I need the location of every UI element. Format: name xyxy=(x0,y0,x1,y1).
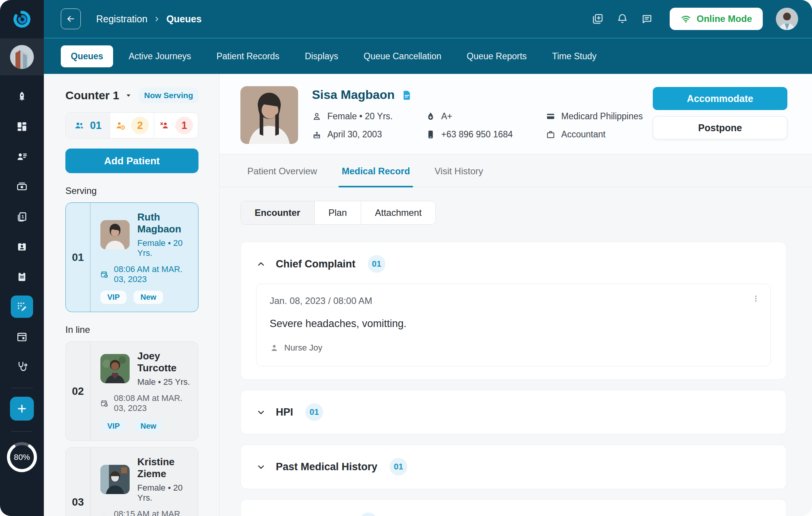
stat-serving[interactable]: 01 xyxy=(66,113,110,138)
stat-cancelled[interactable]: 1 xyxy=(154,113,198,138)
queue-card-serving[interactable]: 01 Ruth Magbaon Female • 20 Yrs. xyxy=(65,202,198,312)
patient-demographics: Female • 20 Yrs. xyxy=(327,111,393,122)
rail-nav: 1 xyxy=(11,85,33,386)
record-subtabs: Encounter Plan Attachment xyxy=(240,201,436,225)
section-hpi: HPI 01 xyxy=(240,390,787,434)
stat-waiting-value: 2 xyxy=(137,120,143,132)
counter-selector[interactable]: Counter 1 xyxy=(65,89,132,102)
record-body: Encounter Plan Attachment Chief Complain… xyxy=(220,187,812,516)
queue-time: 08:08 AM at MAR. 03, 2023 xyxy=(114,393,194,413)
main-column: Registration Queues xyxy=(44,0,812,516)
kebab-menu-icon[interactable] xyxy=(751,294,760,303)
serving-heading: Serving xyxy=(65,185,198,196)
queue-time-row: 08:08 AM at MAR. 03, 2023 xyxy=(100,393,194,413)
section-header[interactable]: Past Medical History 01 xyxy=(256,458,771,476)
section-header[interactable]: Family History 01 xyxy=(256,513,771,516)
icon-rail: 1 8 xyxy=(0,0,44,516)
nav-tab-displays[interactable]: Displays xyxy=(295,45,348,67)
section-count-badge: 01 xyxy=(390,458,407,476)
calendar-clock-icon xyxy=(100,514,108,516)
patient-record-panel: Sisa Magbaon Female • 20 Yrs. xyxy=(220,74,812,516)
nav-tab-queue-reports[interactable]: Queue Reports xyxy=(457,45,537,67)
blood-drop-icon xyxy=(426,112,435,121)
queue-board-icon[interactable] xyxy=(11,296,33,318)
subtab-encounter[interactable]: Encounter xyxy=(241,201,314,224)
add-patient-button[interactable]: Add Patient xyxy=(65,149,198,173)
queue-position: 02 xyxy=(66,342,90,441)
accommodate-button[interactable]: Accommodate xyxy=(653,87,787,110)
stat-waiting[interactable]: 2 xyxy=(110,113,154,138)
counter-row: Counter 1 Now Serving xyxy=(65,88,198,103)
nav-tab-patient-records[interactable]: Patient Records xyxy=(207,45,290,67)
messages-icon[interactable] xyxy=(641,13,653,25)
patient-actions: Accommodate Postpone xyxy=(653,86,787,144)
patient-meta: Female • 20 Yrs. xyxy=(137,238,194,258)
breadcrumb: Registration Queues xyxy=(96,13,202,25)
section-title: Chief Complaint xyxy=(276,258,355,270)
queue-stats: 01 2 1 xyxy=(65,112,198,139)
queue-card-02[interactable]: 02 Joey Turcotte Male • 25 Yrs. xyxy=(65,341,198,441)
tab-visit-history[interactable]: Visit History xyxy=(432,154,486,187)
briefcase-icon xyxy=(546,130,555,139)
id-badge-icon[interactable] xyxy=(11,235,33,258)
patient-tags: VIP New xyxy=(100,291,194,304)
queue-panel: Counter 1 Now Serving 01 2 xyxy=(44,74,220,516)
complaint-entry: Jan. 08, 2023 / 08:00 AM Severe headache… xyxy=(256,284,771,366)
user-avatar[interactable] xyxy=(776,8,798,30)
online-mode-toggle[interactable]: Online Mode xyxy=(670,8,763,30)
patient-birthdate-item: April 30, 2003 xyxy=(312,129,393,140)
back-button[interactable] xyxy=(61,8,81,29)
subtab-plan[interactable]: Plan xyxy=(314,201,361,224)
postpone-button[interactable]: Postpone xyxy=(653,116,787,139)
waiting-count-icon xyxy=(115,120,126,131)
tab-medical-record[interactable]: Medical Record xyxy=(338,154,413,187)
add-action-button[interactable] xyxy=(10,397,34,421)
tab-patient-overview[interactable]: Patient Overview xyxy=(244,154,320,187)
section-header[interactable]: Chief Complaint 01 xyxy=(256,255,771,273)
section-title: HPI xyxy=(276,406,293,418)
organization-block[interactable] xyxy=(0,38,44,75)
section-header[interactable]: HPI 01 xyxy=(256,403,771,421)
patient-avatar xyxy=(100,220,130,249)
patient-demographics-item: Female • 20 Yrs. xyxy=(312,111,393,122)
rocket-icon[interactable] xyxy=(11,85,33,108)
contacts-icon[interactable] xyxy=(11,145,33,168)
section-family-history: Family History 01 xyxy=(240,499,787,516)
birthday-cake-icon xyxy=(312,130,322,139)
cash-icon[interactable] xyxy=(11,175,33,198)
tag-vip: VIP xyxy=(100,291,127,304)
patient-birthdate: April 30, 2003 xyxy=(327,129,382,140)
nav-tab-queues[interactable]: Queues xyxy=(61,45,113,67)
stat-serving-value: 01 xyxy=(90,120,102,132)
notifications-icon[interactable] xyxy=(617,13,628,25)
calendar-clock-icon xyxy=(100,398,108,409)
tag-vip: VIP xyxy=(100,419,127,433)
add-document-icon[interactable] xyxy=(592,13,604,25)
calendar-icon[interactable] xyxy=(11,326,33,348)
pages-icon[interactable]: 1 xyxy=(11,205,33,228)
top-bar: Registration Queues xyxy=(44,0,812,38)
nav-tab-queue-cancellation[interactable]: Queue Cancellation xyxy=(353,45,451,67)
breadcrumb-section[interactable]: Registration xyxy=(96,13,147,25)
dashboard-icon[interactable] xyxy=(11,115,33,138)
caret-down-icon xyxy=(125,92,132,99)
stethoscope-icon[interactable] xyxy=(11,356,33,378)
stat-cancelled-value: 1 xyxy=(181,120,187,132)
serving-count-icon xyxy=(74,120,85,131)
patient-blood-type-item: A+ xyxy=(426,111,513,122)
breadcrumb-page: Queues xyxy=(166,13,202,25)
subtab-attachment[interactable]: Attachment xyxy=(361,201,435,224)
record-tabs: Patient Overview Medical Record Visit Hi… xyxy=(220,154,812,187)
chevron-down-icon xyxy=(256,407,266,417)
nav-tab-active-journeys[interactable]: Active Journeys xyxy=(118,45,201,67)
queue-card-03[interactable]: 03 Kristine Zieme Female • 20 Yrs. xyxy=(65,447,198,516)
patient-record-file-icon[interactable] xyxy=(402,90,412,100)
nav-tab-time-study[interactable]: Time Study xyxy=(542,45,606,67)
wifi-icon xyxy=(680,13,691,24)
section-title: Past Medical History xyxy=(276,461,377,473)
back-arrow-icon xyxy=(66,14,76,24)
rail-divider xyxy=(11,388,33,388)
patient-occupation-item: Accountant xyxy=(546,129,643,140)
clipboard-icon[interactable] xyxy=(11,266,33,288)
now-serving-link[interactable]: Now Serving xyxy=(139,88,198,103)
